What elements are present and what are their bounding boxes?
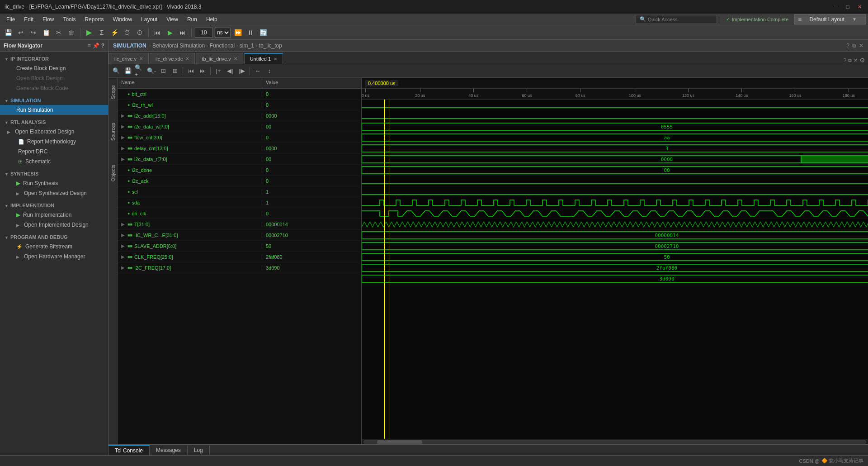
signal-row-11[interactable]: ●dri_clk0 bbox=[118, 208, 361, 219]
toolbar-restart-btn[interactable]: 🔄 bbox=[258, 27, 269, 38]
bottom-tab-messages[interactable]: Messages bbox=[150, 446, 188, 455]
wave-add-marker-btn[interactable]: |+ bbox=[213, 66, 223, 76]
signal-expand-16[interactable]: ▶ bbox=[121, 265, 125, 270]
menu-flow[interactable]: Flow bbox=[38, 15, 58, 24]
section-implementation-title[interactable]: IMPLEMENTATION bbox=[0, 201, 108, 210]
wave-expand-btn[interactable]: ↔ bbox=[253, 66, 263, 76]
signal-expand-13[interactable]: ▶ bbox=[121, 233, 125, 238]
section-rtl-analysis-title[interactable]: RTL ANALYSIS bbox=[0, 118, 108, 127]
objects-tab[interactable]: Objects bbox=[109, 162, 117, 184]
wave-go-start-btn[interactable]: ⏮ bbox=[186, 66, 196, 76]
wave-next-edge-btn[interactable]: |▶ bbox=[237, 66, 247, 76]
section-synthesis-title[interactable]: SYNTHESIS bbox=[0, 169, 108, 178]
flow-nav-pin-btn[interactable]: 📌 bbox=[93, 43, 99, 49]
tab-iic-drive-v[interactable]: iic_drive.v ✕ bbox=[108, 53, 149, 64]
tab-tb-iic-drive-v[interactable]: tb_iic_drive.v ✕ bbox=[196, 53, 243, 64]
quick-access-input[interactable]: 🔍 Quick Access bbox=[636, 15, 717, 24]
nav-generate-block-code[interactable]: Generate Block Code bbox=[0, 83, 108, 93]
flow-nav-collapse-btn[interactable]: ≡ bbox=[88, 43, 91, 49]
signal-row-4[interactable]: ▶■■flow_cnt[3:0]0 bbox=[118, 132, 361, 143]
toolbar-play2-btn[interactable]: ▶ bbox=[165, 27, 175, 38]
wave-float-btn[interactable]: ⧉ bbox=[848, 57, 852, 63]
signal-row-5[interactable]: ▶■■delay_cnt[13:0]0000 bbox=[118, 143, 361, 154]
menu-help[interactable]: Help bbox=[202, 15, 222, 24]
layout-dropdown[interactable]: ≡ Default Layout ▼ bbox=[794, 14, 866, 24]
wave-zoom-out-btn[interactable]: 🔍- bbox=[146, 66, 156, 76]
menu-layout[interactable]: Layout bbox=[137, 15, 162, 24]
tab-untitled1[interactable]: Untitled 1 ✕ bbox=[244, 53, 283, 64]
tab-close-iic-drive-xdc[interactable]: ✕ bbox=[185, 56, 189, 61]
toolbar-timing-btn[interactable]: ⏱ bbox=[122, 27, 132, 38]
nav-open-hardware-manager[interactable]: Open Hardware Manager bbox=[0, 252, 108, 262]
signal-row-3[interactable]: ▶■■i2c_data_w[7:0]00 bbox=[118, 121, 361, 132]
scope-tab[interactable]: Scope bbox=[109, 82, 117, 102]
signal-expand-12[interactable]: ▶ bbox=[121, 222, 125, 227]
nav-run-implementation[interactable]: ▶ Run Implementation bbox=[0, 210, 108, 220]
nav-schematic[interactable]: ⊞ Schematic bbox=[0, 157, 108, 166]
signal-row-0[interactable]: ●bit_ctrl0 bbox=[118, 89, 361, 100]
signal-row-10[interactable]: ●sda1 bbox=[118, 197, 361, 208]
toolbar-copy-btn[interactable]: 📋 bbox=[41, 27, 52, 38]
tab-close-iic-drive-v[interactable]: ✕ bbox=[139, 56, 143, 61]
section-program-debug-title[interactable]: PROGRAM AND DEBUG bbox=[0, 233, 108, 242]
sim-header-float[interactable]: ⧉ bbox=[852, 43, 856, 49]
menu-run[interactable]: Run bbox=[183, 15, 202, 24]
wave-zoom-in-btn[interactable]: 🔍+ bbox=[135, 66, 145, 76]
toolbar-undo-btn[interactable]: ↩ bbox=[15, 27, 26, 38]
signal-expand-5[interactable]: ▶ bbox=[121, 146, 125, 151]
signal-row-8[interactable]: ●i2c_ack0 bbox=[118, 176, 361, 186]
toolbar-pause-btn[interactable]: ⏸ bbox=[245, 27, 256, 38]
wave-save-btn[interactable]: 💾 bbox=[123, 66, 133, 76]
sim-header-help[interactable]: ? bbox=[846, 43, 849, 49]
toolbar-step-btn[interactable]: ⏭ bbox=[177, 27, 188, 38]
wave-search-btn[interactable]: 🔍 bbox=[111, 66, 121, 76]
nav-open-synthesized-design[interactable]: Open Synthesized Design bbox=[0, 188, 108, 198]
menu-edit[interactable]: Edit bbox=[19, 15, 38, 24]
sim-header-close[interactable]: ✕ bbox=[859, 43, 863, 49]
sources-tab[interactable]: Sources bbox=[109, 120, 117, 143]
close-button[interactable]: ✕ bbox=[855, 3, 863, 11]
wave-zoom-fit-btn[interactable]: ⊡ bbox=[158, 66, 168, 76]
toolbar-redo-btn[interactable]: ↪ bbox=[28, 27, 39, 38]
wave-prev-edge-btn[interactable]: ◀| bbox=[225, 66, 235, 76]
nav-open-implemented-design[interactable]: Open Implemented Design bbox=[0, 220, 108, 230]
signal-row-13[interactable]: ▶■■IIC_WR_C...E[31:0]00002710 bbox=[118, 230, 361, 241]
signal-row-15[interactable]: ▶■■CLK_FREQ[25:0]2faf080 bbox=[118, 252, 361, 262]
signal-row-6[interactable]: ▶■■i2c_data_r[7:0]00 bbox=[118, 154, 361, 165]
wave-help-btn[interactable]: ? bbox=[844, 57, 846, 63]
toolbar-time-btn[interactable]: ⏩ bbox=[232, 27, 243, 38]
minimize-button[interactable]: ─ bbox=[832, 3, 840, 11]
wave-gear-btn[interactable]: ⚙ bbox=[859, 57, 865, 64]
menu-window[interactable]: Window bbox=[108, 15, 137, 24]
tab-close-untitled1[interactable]: ✕ bbox=[274, 57, 277, 62]
signal-expand-6[interactable]: ▶ bbox=[121, 157, 125, 162]
nav-open-block-design[interactable]: Open Block Design bbox=[0, 73, 108, 83]
wave-horizontal-scrollbar[interactable] bbox=[362, 439, 868, 444]
signal-row-16[interactable]: ▶■■I2C_FREQ[17:0]3d090 bbox=[118, 262, 361, 273]
signal-row-7[interactable]: ●i2c_done0 bbox=[118, 165, 361, 176]
wave-zoom-sel-btn[interactable]: ⊞ bbox=[170, 66, 180, 76]
nav-create-block-design[interactable]: Create Block Design bbox=[0, 63, 108, 73]
nav-run-simulation[interactable]: Run Simulation bbox=[0, 105, 108, 115]
tab-iic-drive-xdc[interactable]: iic_drive.xdc ✕ bbox=[150, 53, 195, 64]
menu-reports[interactable]: Reports bbox=[80, 15, 108, 24]
maximize-button[interactable]: □ bbox=[844, 3, 852, 11]
flow-nav-help-btn[interactable]: ? bbox=[101, 43, 104, 49]
toolbar-timing2-btn[interactable]: ⏲ bbox=[134, 27, 145, 38]
signal-row-2[interactable]: ▶■■i2c_addr[15:0]0000 bbox=[118, 110, 361, 121]
toolbar-cut-btn[interactable]: ✂ bbox=[53, 27, 64, 38]
section-ip-integrator-title[interactable]: IP INTEGRATOR bbox=[0, 54, 108, 63]
signal-row-14[interactable]: ▶■■SLAVE_ADDR[6:0]50 bbox=[118, 241, 361, 252]
bottom-tab-log[interactable]: Log bbox=[188, 446, 210, 455]
menu-tools[interactable]: Tools bbox=[58, 15, 80, 24]
hscroll-thumb[interactable] bbox=[377, 440, 422, 444]
signal-expand-2[interactable]: ▶ bbox=[121, 113, 125, 118]
nav-open-elaborated-design[interactable]: Open Elaborated Design bbox=[0, 127, 108, 137]
section-simulation-title[interactable]: SIMULATION bbox=[0, 96, 108, 105]
wave-go-end-btn[interactable]: ⏭ bbox=[198, 66, 208, 76]
nav-report-methodology[interactable]: 📄 Report Methodology bbox=[0, 137, 108, 147]
toolbar-delete-btn[interactable]: 🗑 bbox=[66, 27, 77, 38]
signal-expand-14[interactable]: ▶ bbox=[121, 243, 125, 248]
wave-close-btn[interactable]: ✕ bbox=[854, 57, 858, 63]
signal-row-12[interactable]: ▶■■T[31:0]00000014 bbox=[118, 219, 361, 230]
